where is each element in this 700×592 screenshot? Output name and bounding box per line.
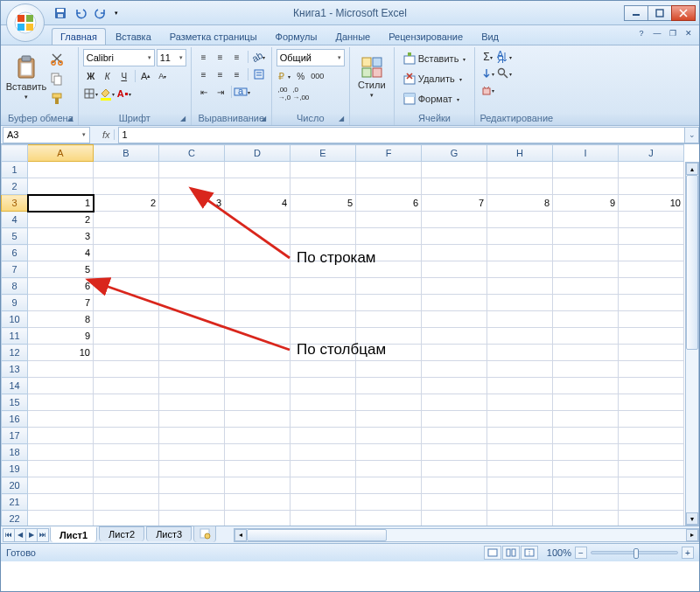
- cell[interactable]: [619, 444, 684, 461]
- cell[interactable]: [159, 228, 225, 245]
- cell[interactable]: 8: [487, 195, 553, 212]
- borders-button[interactable]: ▾: [83, 86, 99, 101]
- paste-button[interactable]: Вставить ▾: [8, 49, 45, 107]
- cell[interactable]: [553, 162, 619, 178]
- cell[interactable]: [28, 511, 94, 526]
- cell[interactable]: [94, 494, 159, 511]
- cell[interactable]: [225, 428, 290, 444]
- row-header[interactable]: 11: [2, 328, 28, 345]
- formula-expand-button[interactable]: ⌄: [685, 127, 699, 143]
- cell[interactable]: [290, 444, 356, 461]
- cell[interactable]: [290, 361, 356, 378]
- column-header[interactable]: E: [290, 145, 356, 162]
- row-header[interactable]: 6: [2, 245, 28, 261]
- cell[interactable]: [553, 245, 619, 261]
- cell[interactable]: [553, 278, 619, 295]
- cell[interactable]: [94, 361, 159, 378]
- merge-center-button[interactable]: a▾: [234, 84, 250, 100]
- cell[interactable]: [356, 228, 422, 245]
- format-painter-button[interactable]: [47, 89, 66, 108]
- cell[interactable]: [225, 245, 290, 261]
- wrap-text-button[interactable]: [251, 66, 267, 82]
- cell[interactable]: [290, 261, 356, 278]
- row-header[interactable]: 22: [2, 511, 28, 526]
- delete-cells-button[interactable]: Удалить▾: [399, 69, 466, 88]
- cell[interactable]: [290, 378, 356, 394]
- cell[interactable]: [94, 311, 159, 328]
- vertical-scrollbar[interactable]: ▴ ▾: [685, 162, 699, 526]
- save-button[interactable]: [52, 4, 69, 22]
- comma-style-button[interactable]: 000: [310, 68, 326, 84]
- cell[interactable]: [422, 494, 487, 511]
- decrease-decimal-button[interactable]: ,0→,00: [293, 86, 309, 101]
- cell[interactable]: [225, 411, 290, 428]
- cell[interactable]: [28, 477, 94, 494]
- fx-label[interactable]: fx: [102, 129, 115, 140]
- cell[interactable]: [159, 162, 225, 178]
- cell[interactable]: [290, 328, 356, 345]
- minimize-button[interactable]: [624, 5, 648, 21]
- italic-button[interactable]: К: [100, 68, 116, 84]
- align-center-button[interactable]: ≡: [213, 66, 228, 82]
- cell[interactable]: [290, 245, 356, 261]
- cell[interactable]: [619, 278, 684, 295]
- cell[interactable]: [487, 494, 553, 511]
- cell[interactable]: [225, 345, 290, 361]
- cell[interactable]: [356, 494, 422, 511]
- column-header[interactable]: C: [159, 145, 225, 162]
- cell[interactable]: [553, 511, 619, 526]
- cell[interactable]: 10: [619, 195, 684, 212]
- cell[interactable]: [487, 411, 553, 428]
- cell[interactable]: 2: [94, 195, 159, 212]
- cell[interactable]: [225, 295, 290, 311]
- tab-formulas[interactable]: Формулы: [267, 28, 326, 45]
- cell[interactable]: [422, 345, 487, 361]
- sheet-nav-last[interactable]: ⏭: [37, 528, 49, 542]
- horizontal-scrollbar[interactable]: ◂ ▸: [234, 528, 699, 542]
- cell[interactable]: [159, 444, 225, 461]
- hscroll-thumb[interactable]: [247, 529, 387, 541]
- shrink-font-button[interactable]: A▾: [155, 68, 171, 84]
- underline-button[interactable]: Ч: [116, 68, 132, 84]
- fill-button[interactable]: ▾: [480, 66, 495, 81]
- cell[interactable]: [553, 494, 619, 511]
- cell[interactable]: [159, 494, 225, 511]
- formula-input[interactable]: 1: [118, 127, 685, 143]
- help-button[interactable]: ?: [634, 27, 648, 39]
- cell[interactable]: [487, 378, 553, 394]
- cell[interactable]: 3: [159, 195, 225, 212]
- cell[interactable]: [225, 494, 290, 511]
- cell[interactable]: [487, 278, 553, 295]
- cell[interactable]: [619, 228, 684, 245]
- cell[interactable]: [94, 295, 159, 311]
- cell[interactable]: [422, 361, 487, 378]
- cell[interactable]: 3: [28, 228, 94, 245]
- cell[interactable]: [487, 261, 553, 278]
- worksheet-grid[interactable]: ABCDEFGHIJ123123456789104253647586971081…: [1, 144, 699, 526]
- cell[interactable]: [28, 461, 94, 477]
- cell[interactable]: [422, 212, 487, 228]
- cell[interactable]: [619, 394, 684, 411]
- cell[interactable]: [94, 511, 159, 526]
- column-header[interactable]: B: [94, 145, 159, 162]
- find-select-button[interactable]: ▾: [496, 66, 512, 81]
- cell[interactable]: 6: [356, 195, 422, 212]
- cell[interactable]: [356, 178, 422, 195]
- cell[interactable]: [28, 178, 94, 195]
- row-header[interactable]: 14: [2, 378, 28, 394]
- sheet-nav-next[interactable]: ▶: [25, 528, 38, 542]
- cell[interactable]: [619, 378, 684, 394]
- cell[interactable]: [28, 162, 94, 178]
- cell[interactable]: [422, 311, 487, 328]
- row-header[interactable]: 4: [2, 212, 28, 228]
- cell[interactable]: [553, 411, 619, 428]
- cell[interactable]: [553, 428, 619, 444]
- cell[interactable]: [619, 162, 684, 178]
- new-sheet-button[interactable]: [193, 526, 216, 542]
- cut-button[interactable]: [47, 49, 66, 68]
- vscroll-thumb[interactable]: [686, 175, 698, 350]
- tab-insert[interactable]: Вставка: [107, 28, 160, 45]
- cell[interactable]: [290, 295, 356, 311]
- undo-button[interactable]: [72, 4, 89, 22]
- cell[interactable]: [225, 361, 290, 378]
